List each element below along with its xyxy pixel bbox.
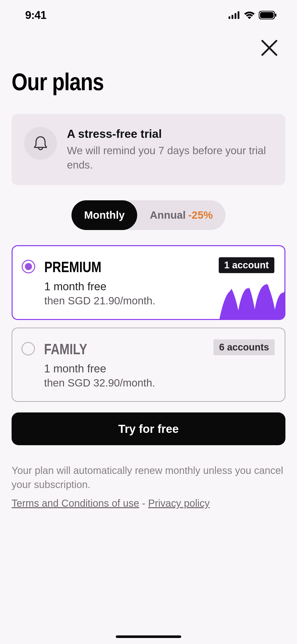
trial-info-card: A stress-free trial We will remind you 7… <box>12 114 285 185</box>
annual-discount-badge: -25% <box>188 209 213 221</box>
status-bar: 9:41 <box>0 0 297 30</box>
plan-price-premium: then SGD 21.90/month. <box>44 295 274 307</box>
plan-card-premium[interactable]: PREMIUM 1 month free then SGD 21.90/mont… <box>12 245 285 320</box>
tab-monthly[interactable]: Monthly <box>71 200 137 230</box>
status-icons <box>229 11 277 19</box>
renewal-disclaimer: Your plan will automatically renew month… <box>12 463 285 492</box>
plan-badge-premium: 1 account <box>219 257 274 273</box>
link-separator: - <box>139 498 148 509</box>
plan-badge-family: 6 accounts <box>213 339 275 355</box>
cta-label: Try for free <box>118 422 179 436</box>
svg-rect-5 <box>260 12 274 18</box>
plan-card-family[interactable]: FAMILY 1 month free then SGD 32.90/month… <box>12 328 285 402</box>
plan-trial-family: 1 month free <box>44 362 275 375</box>
close-button[interactable] <box>259 38 279 58</box>
info-description: We will remind you 7 days before your tr… <box>67 144 273 172</box>
close-icon <box>259 38 279 58</box>
billing-toggle: Monthly Annual -25% <box>71 200 225 230</box>
plan-name-family: FAMILY <box>44 340 229 358</box>
tab-annual-label: Annual <box>150 209 185 221</box>
plan-trial-premium: 1 month free <box>44 280 274 293</box>
radio-premium[interactable] <box>22 260 35 273</box>
status-time: 9:41 <box>25 9 46 21</box>
page-title: Our plans <box>12 68 244 96</box>
cellular-icon <box>229 11 240 19</box>
wifi-icon <box>244 11 255 19</box>
home-indicator[interactable] <box>116 635 181 638</box>
plan-price-family: then SGD 32.90/month. <box>44 377 275 389</box>
svg-rect-6 <box>275 14 276 17</box>
svg-rect-0 <box>229 16 230 19</box>
bell-icon <box>24 127 57 160</box>
privacy-link[interactable]: Privacy policy <box>148 498 210 509</box>
tab-monthly-label: Monthly <box>84 209 125 221</box>
svg-rect-1 <box>232 15 233 19</box>
try-for-free-button[interactable]: Try for free <box>12 412 285 445</box>
battery-icon <box>259 11 277 19</box>
legal-links: Terms and Conditions of use - Privacy po… <box>12 498 285 509</box>
svg-rect-3 <box>238 11 239 19</box>
plan-name-premium: PREMIUM <box>44 258 228 276</box>
svg-rect-2 <box>235 13 236 19</box>
tab-annual[interactable]: Annual -25% <box>137 200 225 230</box>
info-title: A stress-free trial <box>67 127 273 141</box>
terms-link[interactable]: Terms and Conditions of use <box>12 498 139 509</box>
radio-family[interactable] <box>21 342 35 356</box>
